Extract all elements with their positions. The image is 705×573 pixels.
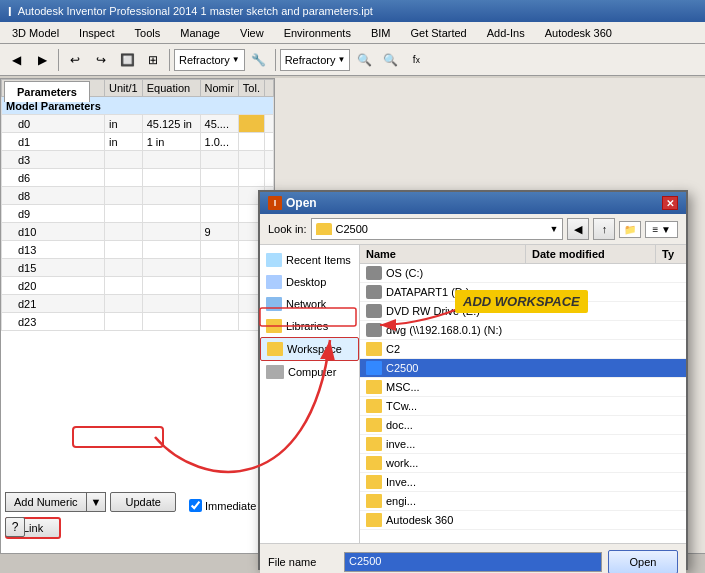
refractory-dropdown-1[interactable]: Refractory ▼ <box>174 49 245 71</box>
network-label: Network <box>286 298 326 310</box>
update-button[interactable]: Update <box>110 492 175 512</box>
menu-bim[interactable]: BIM <box>363 25 399 41</box>
refractory-dropdown-2[interactable]: Refractory ▼ <box>280 49 351 71</box>
immediate-checkbox[interactable] <box>189 499 202 512</box>
desktop-icon <box>266 275 282 289</box>
file-label-osc: OS (C:) <box>386 267 423 279</box>
menu-manage[interactable]: Manage <box>172 25 228 41</box>
col-tol: Tol. <box>238 80 264 97</box>
add-numeric-group: Add Numeric ▼ <box>5 492 106 512</box>
col-unit: Unit/1 <box>104 80 142 97</box>
dropdown-arrow-1: ▼ <box>232 55 240 64</box>
param-name-d9: d9 <box>2 205 105 223</box>
toolbar-btn-6[interactable]: ⊞ <box>141 48 165 72</box>
dialog-title-text: Open <box>286 196 317 210</box>
folder-icon-msc <box>366 380 382 394</box>
nav-back-button[interactable]: ◀ <box>567 218 589 240</box>
libraries-icon <box>266 319 282 333</box>
file-item-work[interactable]: work... <box>360 454 686 473</box>
table-row: d15 <box>2 259 274 277</box>
file-item-autodesk360[interactable]: Autodesk 360 <box>360 511 686 530</box>
new-folder-button[interactable]: 📁 <box>619 221 641 238</box>
add-numeric-arrow-button[interactable]: ▼ <box>87 492 107 512</box>
nav-up-button[interactable]: ↑ <box>593 218 615 240</box>
toolbar-btn-3[interactable]: ↩ <box>63 48 87 72</box>
file-item-msc[interactable]: MSC... <box>360 378 686 397</box>
menu-addins[interactable]: Add-Ins <box>479 25 533 41</box>
param-unit-d1: in <box>104 133 142 151</box>
file-item-c2500[interactable]: C2500 <box>360 359 686 378</box>
sidebar-recent-items[interactable]: Recent Items <box>260 249 359 271</box>
param-table: Parameter Name Unit/1 Equation Nomir Tol… <box>1 79 274 331</box>
add-numeric-button[interactable]: Add Numeric <box>5 492 87 512</box>
toolbar-btn-9[interactable]: 🔍 <box>378 48 402 72</box>
file-label-doc: doc... <box>386 419 413 431</box>
dropdown-arrow-2: ▼ <box>337 55 345 64</box>
toolbar: ◀ ▶ ↩ ↪ 🔲 ⊞ Refractory ▼ 🔧 Refractory ▼ … <box>0 44 705 76</box>
dialog-close-button[interactable]: ✕ <box>662 196 678 210</box>
filename-input[interactable]: C2500 <box>344 552 602 572</box>
libraries-label: Libraries <box>286 320 328 332</box>
sidebar-desktop[interactable]: Desktop <box>260 271 359 293</box>
param-nom-d0: 45.... <box>200 115 238 133</box>
file-item-c2[interactable]: C2 <box>360 340 686 359</box>
open-button[interactable]: Open <box>608 550 678 573</box>
folder-icon-c2500 <box>366 361 382 375</box>
toolbar-btn-1[interactable]: ◀ <box>4 48 28 72</box>
file-item-inve2[interactable]: Inve... <box>360 473 686 492</box>
title-bar: I Autodesk Inventor Professional 2014 1 … <box>0 0 705 22</box>
menu-getstarted[interactable]: Get Started <box>402 25 474 41</box>
toolbar-btn-4[interactable]: ↪ <box>89 48 113 72</box>
sidebar-libraries[interactable]: Libraries <box>260 315 359 337</box>
toolbar-btn-2[interactable]: ▶ <box>30 48 54 72</box>
menu-3dmodel[interactable]: 3D Model <box>4 25 67 41</box>
param-tol-d1 <box>238 133 264 151</box>
views-button[interactable]: ≡ ▼ <box>645 221 678 238</box>
col-type-header: Ty <box>656 245 686 263</box>
dialog-title-icon: I <box>268 196 282 210</box>
menu-environments[interactable]: Environments <box>276 25 359 41</box>
look-in-arrow: ▼ <box>550 224 559 234</box>
file-label-work: work... <box>386 457 418 469</box>
help-button[interactable]: ? <box>5 517 25 537</box>
sidebar-workspace[interactable]: Workspace <box>260 337 359 361</box>
param-eq-d1: 1 in <box>142 133 200 151</box>
filename-row: File name C2500 Open <box>268 550 678 573</box>
network-icon <box>266 297 282 311</box>
toolbar-btn-fx[interactable]: fx <box>404 48 428 72</box>
drive-icon-c <box>366 266 382 280</box>
param-name-d0: d0 <box>2 115 105 133</box>
toolbar-sep-3 <box>275 49 276 71</box>
computer-icon <box>266 365 284 379</box>
toolbar-btn-8[interactable]: 🔍 <box>352 48 376 72</box>
folder-icon-tcw <box>366 399 382 413</box>
table-row: d9 <box>2 205 274 223</box>
file-item-doc[interactable]: doc... <box>360 416 686 435</box>
menu-autodesk360[interactable]: Autodesk 360 <box>537 25 620 41</box>
table-row: d13 <box>2 241 274 259</box>
sidebar-computer[interactable]: Computer <box>260 361 359 383</box>
file-item-osc[interactable]: OS (C:) <box>360 264 686 283</box>
table-row: d1 in 1 in 1.0... <box>2 133 274 151</box>
look-in-dropdown[interactable]: C2500 ▼ <box>311 218 564 240</box>
file-label-msc: MSC... <box>386 381 420 393</box>
table-row: d23 <box>2 313 274 331</box>
toolbar-btn-5[interactable]: 🔲 <box>115 48 139 72</box>
param-name-d8: d8 <box>2 187 105 205</box>
menu-view[interactable]: View <box>232 25 272 41</box>
workspace-icon <box>267 342 283 356</box>
tab-parameters[interactable]: Parameters <box>4 81 90 102</box>
file-item-dwg[interactable]: dwg (\\192.168.0.1) (N:) <box>360 321 686 340</box>
folder-icon-autodesk360 <box>366 513 382 527</box>
file-item-engi[interactable]: engi... <box>360 492 686 511</box>
table-row: d3 <box>2 151 274 169</box>
file-label-c2500: C2500 <box>386 362 418 374</box>
menu-tools[interactable]: Tools <box>127 25 169 41</box>
file-item-inve[interactable]: inve... <box>360 435 686 454</box>
sidebar-network[interactable]: Network <box>260 293 359 315</box>
param-name-d10: d10 <box>2 223 105 241</box>
file-item-tcw[interactable]: TCw... <box>360 397 686 416</box>
drive-icon-d <box>366 285 382 299</box>
toolbar-btn-7[interactable]: 🔧 <box>247 48 271 72</box>
menu-inspect[interactable]: Inspect <box>71 25 122 41</box>
